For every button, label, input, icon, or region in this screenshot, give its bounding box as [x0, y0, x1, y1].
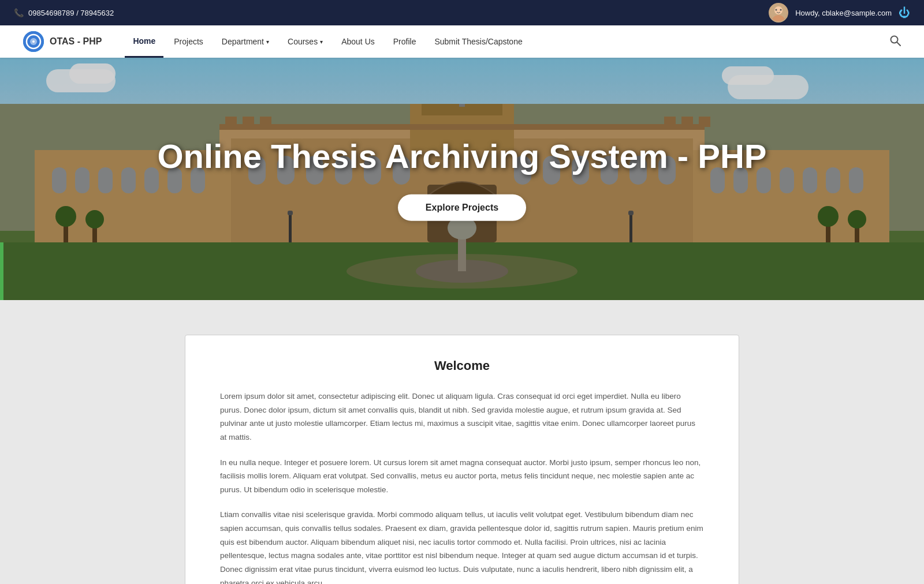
welcome-card: Welcome Lorem ipsum dolor sit amet, cons… [185, 335, 739, 584]
logout-icon[interactable]: ⏻ [899, 6, 910, 20]
navbar: OTAS - PHP Home Projects Department ▾ Co… [0, 25, 924, 58]
courses-dropdown-arrow: ▾ [320, 39, 323, 45]
nav-submit[interactable]: Submit Thesis/Capstone [426, 25, 530, 58]
svg-point-8 [32, 40, 35, 43]
brand-name: OTAS - PHP [50, 36, 102, 47]
top-bar: 📞 09854698789 / 78945632 Howdy, cblake@s… [0, 0, 924, 25]
top-bar-right: Howdy, cblake@sample.com ⏻ [769, 3, 910, 23]
search-icon[interactable] [889, 35, 901, 49]
nav-home[interactable]: Home [125, 25, 163, 58]
welcome-paragraph-3: Ltiam convallis vitae nisi scelerisque g… [220, 508, 704, 584]
brand-logo [23, 31, 44, 52]
welcome-paragraph-2: In eu nulla neque. Integer et posuere lo… [220, 456, 704, 497]
svg-line-10 [897, 42, 900, 46]
top-bar-left: 📞 09854698789 / 78945632 [14, 8, 114, 17]
phone-number: 09854698789 / 78945632 [28, 9, 114, 17]
main-content: Welcome Lorem ipsum dolor sit amet, cons… [0, 300, 924, 584]
avatar-image [769, 3, 788, 23]
nav-projects[interactable]: Projects [166, 25, 211, 58]
explore-projects-button[interactable]: Explore Projects [398, 194, 526, 220]
greeting-text: Howdy, cblake@sample.com [795, 9, 892, 17]
phone-icon: 📞 [14, 8, 24, 17]
hero-title: Online Thesis Archiving System - PHP [46, 137, 878, 176]
welcome-title: Welcome [220, 358, 704, 373]
nav-profile[interactable]: Profile [385, 25, 424, 58]
nav-courses[interactable]: Courses ▾ [280, 25, 331, 58]
svg-point-4 [780, 9, 782, 11]
avatar [769, 3, 788, 23]
nav-about[interactable]: About Us [333, 25, 383, 58]
svg-point-3 [776, 9, 777, 11]
welcome-paragraph-1: Lorem ipsum dolor sit amet, consectetur … [220, 390, 704, 444]
hero-section: Online Thesis Archiving System - PHP Exp… [0, 58, 924, 300]
nav-department[interactable]: Department ▾ [214, 25, 277, 58]
hero-content: Online Thesis Archiving System - PHP Exp… [46, 137, 878, 221]
navbar-nav: Home Projects Department ▾ Courses ▾ Abo… [125, 25, 889, 58]
navbar-brand[interactable]: OTAS - PHP [23, 31, 102, 52]
department-dropdown-arrow: ▾ [266, 39, 269, 45]
green-accent-bar [0, 242, 3, 300]
